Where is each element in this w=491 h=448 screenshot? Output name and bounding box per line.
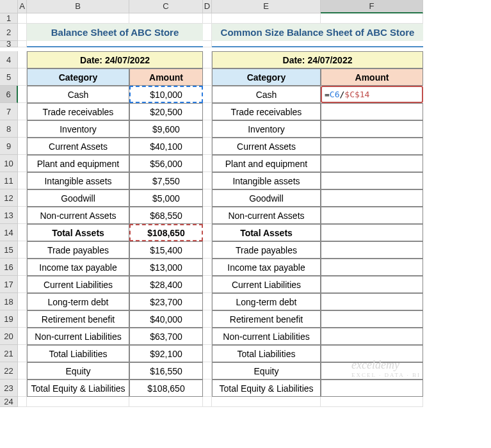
empty-cell[interactable] bbox=[203, 189, 212, 207]
empty-cell[interactable] bbox=[18, 345, 27, 362]
row-header-22[interactable]: 22 bbox=[0, 362, 18, 380]
cell-E23[interactable]: Total Equity & Liabilities bbox=[212, 380, 321, 397]
empty-cell[interactable] bbox=[18, 155, 27, 172]
empty-cell[interactable] bbox=[18, 172, 27, 189]
empty-cell[interactable] bbox=[203, 172, 212, 189]
cell-E14[interactable]: Total Assets bbox=[212, 224, 321, 241]
cell-C10[interactable]: $56,000 bbox=[129, 155, 203, 172]
cell-E17[interactable]: Current Liabilities bbox=[212, 276, 321, 293]
cell-E22[interactable]: Equity bbox=[212, 362, 321, 380]
cell-B8[interactable]: Inventory bbox=[27, 120, 129, 138]
empty-cell[interactable] bbox=[18, 41, 27, 47]
cell-F22[interactable] bbox=[321, 362, 423, 380]
empty-cell[interactable] bbox=[18, 189, 27, 207]
empty-cell[interactable] bbox=[18, 241, 27, 259]
cell-E12[interactable]: Goodwill bbox=[212, 189, 321, 207]
cell-F11[interactable] bbox=[321, 172, 423, 189]
cell-B20[interactable]: Non-current Liabilities bbox=[27, 328, 129, 345]
empty-cell[interactable] bbox=[203, 362, 212, 380]
row-header-18[interactable]: 18 bbox=[0, 293, 18, 310]
cell-C13[interactable]: $68,550 bbox=[129, 207, 203, 224]
cell-B7[interactable]: Trade receivables bbox=[27, 103, 129, 120]
empty-cell[interactable] bbox=[212, 13, 321, 24]
empty-cell[interactable] bbox=[203, 138, 212, 155]
cell-F20[interactable] bbox=[321, 328, 423, 345]
empty-cell[interactable] bbox=[203, 224, 212, 241]
row-header-20[interactable]: 20 bbox=[0, 328, 18, 345]
col-header-E[interactable]: E bbox=[212, 0, 321, 13]
row-header-4[interactable]: 4 bbox=[0, 51, 18, 68]
empty-cell[interactable] bbox=[18, 397, 27, 407]
row-header-9[interactable]: 9 bbox=[0, 138, 18, 155]
empty-cell[interactable] bbox=[203, 328, 212, 345]
cell-B14[interactable]: Total Assets bbox=[27, 224, 129, 241]
cell-B15[interactable]: Trade payables bbox=[27, 241, 129, 259]
empty-cell[interactable] bbox=[203, 397, 212, 407]
cell-E10[interactable]: Plant and equipment bbox=[212, 155, 321, 172]
empty-cell[interactable] bbox=[18, 276, 27, 293]
empty-cell[interactable] bbox=[18, 310, 27, 328]
empty-cell[interactable] bbox=[203, 13, 212, 24]
empty-cell[interactable] bbox=[203, 51, 212, 68]
empty-cell[interactable] bbox=[203, 241, 212, 259]
cell-F21[interactable] bbox=[321, 345, 423, 362]
cell-F16[interactable] bbox=[321, 259, 423, 276]
row-header-24[interactable]: 24 bbox=[0, 397, 18, 407]
cell-E19[interactable]: Retirement benefit bbox=[212, 310, 321, 328]
row-header-10[interactable]: 10 bbox=[0, 155, 18, 172]
cell-C16[interactable]: $13,000 bbox=[129, 259, 203, 276]
empty-cell[interactable] bbox=[203, 207, 212, 224]
cell-F19[interactable] bbox=[321, 310, 423, 328]
empty-cell[interactable] bbox=[203, 41, 212, 47]
cell-F15[interactable] bbox=[321, 241, 423, 259]
empty-cell[interactable] bbox=[18, 13, 27, 24]
empty-cell[interactable] bbox=[18, 86, 27, 103]
cell-F23[interactable] bbox=[321, 380, 423, 397]
cell-E13[interactable]: Non-current Assets bbox=[212, 207, 321, 224]
empty-cell[interactable] bbox=[18, 259, 27, 276]
row-header-7[interactable]: 7 bbox=[0, 103, 18, 120]
cell-B18[interactable]: Long-term debt bbox=[27, 293, 129, 310]
empty-cell[interactable] bbox=[18, 103, 27, 120]
cell-F14[interactable] bbox=[321, 224, 423, 241]
empty-cell[interactable] bbox=[18, 224, 27, 241]
cell-C14[interactable]: $108,650 bbox=[129, 224, 203, 241]
empty-cell[interactable] bbox=[203, 293, 212, 310]
cell-E16[interactable]: Income tax payable bbox=[212, 259, 321, 276]
cell-B13[interactable]: Non-current Assets bbox=[27, 207, 129, 224]
empty-cell[interactable] bbox=[18, 380, 27, 397]
empty-cell[interactable] bbox=[129, 397, 203, 407]
empty-cell[interactable] bbox=[203, 155, 212, 172]
cell-C19[interactable]: $40,000 bbox=[129, 310, 203, 328]
row-header-1[interactable]: 1 bbox=[0, 13, 18, 24]
cell-C18[interactable]: $23,700 bbox=[129, 293, 203, 310]
cell-C9[interactable]: $40,100 bbox=[129, 138, 203, 155]
cell-F13[interactable] bbox=[321, 207, 423, 224]
empty-cell[interactable] bbox=[212, 397, 321, 407]
empty-cell[interactable] bbox=[18, 138, 27, 155]
row-header-23[interactable]: 23 bbox=[0, 380, 18, 397]
cell-F8[interactable] bbox=[321, 120, 423, 138]
cell-B17[interactable]: Current Liabilities bbox=[27, 276, 129, 293]
row-header-3[interactable]: 3 bbox=[0, 41, 18, 47]
empty-cell[interactable] bbox=[203, 68, 212, 86]
row-header-17[interactable]: 17 bbox=[0, 276, 18, 293]
cell-C6[interactable]: $10,000 bbox=[129, 86, 203, 103]
row-header-21[interactable]: 21 bbox=[0, 345, 18, 362]
cell-C23[interactable]: $108,650 bbox=[129, 380, 203, 397]
cell-C12[interactable]: $5,000 bbox=[129, 189, 203, 207]
cell-E8[interactable]: Inventory bbox=[212, 120, 321, 138]
cell-C11[interactable]: $7,550 bbox=[129, 172, 203, 189]
cell-B16[interactable]: Income tax payable bbox=[27, 259, 129, 276]
empty-cell[interactable] bbox=[203, 310, 212, 328]
row-header-2[interactable]: 2 bbox=[0, 24, 18, 41]
cell-C22[interactable]: $16,550 bbox=[129, 362, 203, 380]
cell-F10[interactable] bbox=[321, 155, 423, 172]
cell-B23[interactable]: Total Equity & Liabilities bbox=[27, 380, 129, 397]
row-header-6[interactable]: 6 bbox=[0, 86, 18, 103]
select-all-corner[interactable] bbox=[0, 0, 18, 13]
cell-E11[interactable]: Intangible assets bbox=[212, 172, 321, 189]
cell-F6-editing[interactable]: =C6/$C$14 bbox=[321, 86, 423, 103]
cell-F9[interactable] bbox=[321, 138, 423, 155]
row-header-8[interactable]: 8 bbox=[0, 120, 18, 138]
